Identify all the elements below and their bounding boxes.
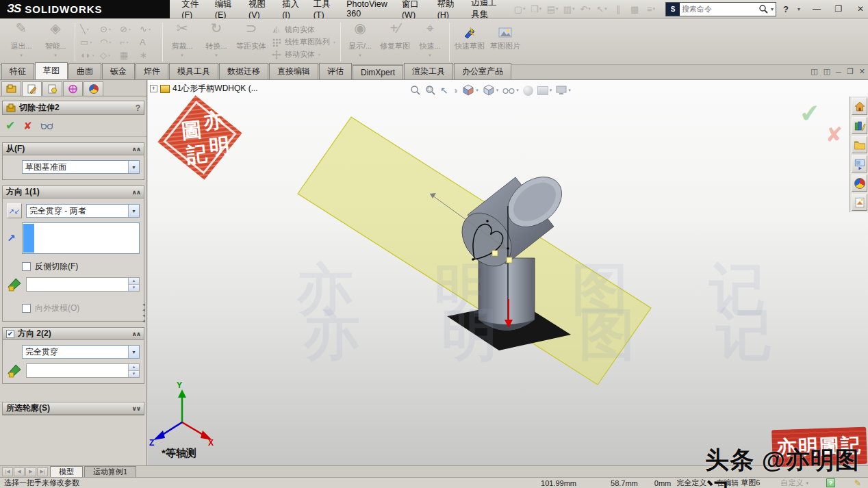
tab-sheet-metal[interactable]: 钣金 xyxy=(102,63,135,79)
trim-caret-icon[interactable]: ▾ xyxy=(181,51,183,60)
straight-slot-icon[interactable]: ◖◗▾ xyxy=(80,50,98,61)
point-icon[interactable]: ∗ xyxy=(140,50,157,61)
graphics-viewport[interactable]: Y X Z 亦 明 图 记 亦 明 图 记 + 41心形手柄WDHQK (...… xyxy=(148,80,868,465)
tab-data-migration[interactable]: 数据迁移 xyxy=(219,63,268,79)
tab-mold-tools[interactable]: 模具工具 xyxy=(169,63,218,79)
display-style-caret-icon[interactable]: ▾ xyxy=(496,88,499,93)
combo-dropdown-icon[interactable]: ▼ xyxy=(128,161,139,173)
search-input[interactable] xyxy=(680,5,758,13)
display-relations-caret-icon[interactable]: ▾ xyxy=(359,51,361,60)
display-relations-button[interactable]: ◉ 显示/... ▾ xyxy=(343,20,377,64)
hide-show-items-button[interactable]: ▾ xyxy=(502,86,519,94)
draft-angle2-spinbuttons[interactable]: ▲▼ xyxy=(128,364,139,377)
edit-appearance-button[interactable] xyxy=(523,86,533,96)
search-magnifier-icon[interactable] xyxy=(758,4,769,14)
spline-icon[interactable]: ∿▾ xyxy=(140,24,157,35)
custom-properties-button[interactable] xyxy=(852,194,867,211)
viewport-split-icon[interactable]: ◫ xyxy=(810,67,817,76)
polygon-icon[interactable]: ◇▾ xyxy=(100,50,118,61)
previous-view-button[interactable]: ↖ xyxy=(440,85,448,96)
restore-button[interactable]: ❐ xyxy=(831,4,846,14)
doc-close-icon[interactable]: ✕ xyxy=(859,67,865,76)
open-icon[interactable]: ❒▾ xyxy=(528,2,544,16)
new-document-icon[interactable]: ▢▾ xyxy=(512,2,527,16)
tab-sketch[interactable]: 草图 xyxy=(35,62,68,79)
move-entities-caret-icon[interactable]: ▾ xyxy=(318,52,320,57)
centerpoint-arc-icon[interactable]: ◠▾ xyxy=(100,37,118,48)
move-entities-button[interactable]: 移动实体 ▾ xyxy=(272,49,335,60)
reverse-direction-button[interactable]: ↗↙ xyxy=(7,203,22,218)
tab-features[interactable]: 特征 xyxy=(1,63,34,79)
close-button[interactable]: ✕ xyxy=(853,4,868,14)
undo-icon[interactable]: ↶▾ xyxy=(578,2,593,16)
end-condition1-combo[interactable]: 完全贯穿 - 两者 ▼ xyxy=(26,204,140,218)
text-icon[interactable]: A xyxy=(140,37,157,48)
doc-minimize-icon[interactable]: ─ xyxy=(836,68,841,76)
viewport-split-2-icon[interactable]: ◫ xyxy=(824,67,830,76)
circle-icon[interactable]: ⊙▾ xyxy=(100,24,118,35)
ellipse-icon[interactable]: ⊘▾ xyxy=(120,24,138,35)
zoom-fit-button[interactable] xyxy=(410,85,421,96)
draft-angle2-field[interactable]: ▲▼ xyxy=(26,363,140,378)
direction1-group-header[interactable]: 方向 1(1) ∧∧ xyxy=(3,186,144,198)
draft-outward-checkbox[interactable] xyxy=(22,304,31,313)
prev-study-button[interactable]: ◀ xyxy=(14,467,25,476)
file-explorer-button[interactable] xyxy=(852,136,867,153)
smart-dimension-button[interactable]: ◈ 智能... ▾ xyxy=(38,20,73,64)
combo-dropdown-icon[interactable]: ▼ xyxy=(128,346,139,358)
panel-splitter-handle[interactable]: ◂◂◂◂ xyxy=(141,244,146,381)
line-icon[interactable]: ╲▾ xyxy=(80,24,98,35)
view-palette-button[interactable] xyxy=(852,155,867,172)
apply-scene-caret-icon[interactable]: ▾ xyxy=(550,88,552,93)
apply-scene-button[interactable]: ▾ xyxy=(537,86,552,95)
save-icon[interactable]: ▤▾ xyxy=(545,2,560,16)
view-orientation-button[interactable]: ▾ xyxy=(462,84,478,97)
model-tab[interactable]: 模型 xyxy=(50,466,83,477)
view-settings-button[interactable]: ▾ xyxy=(556,86,571,95)
repair-sketch-button[interactable]: +⁄ 修复草图 xyxy=(377,20,413,64)
end-condition2-combo[interactable]: 完全贯穿 ▼ xyxy=(22,345,140,359)
display-style-button[interactable]: ▾ xyxy=(483,84,499,97)
exit-sketch-caret-icon[interactable]: ▾ xyxy=(20,51,23,60)
next-study-button[interactable]: ▶ xyxy=(25,467,36,476)
from-group-header[interactable]: 从(F) ∧∧ xyxy=(3,143,144,155)
attach-icon[interactable]: ∥ xyxy=(611,2,626,16)
linear-sketch-pattern-button[interactable]: 线性草图阵列 ▾ xyxy=(272,37,335,47)
pm-help-button[interactable]: ? xyxy=(136,103,140,113)
offset-entities-button[interactable]: ⊃ 等距实体 xyxy=(233,20,269,64)
options-icon[interactable]: ≡▾ xyxy=(643,2,659,16)
last-study-button[interactable]: ▶| xyxy=(37,467,48,476)
view-settings-caret-icon[interactable]: ▾ xyxy=(568,88,571,93)
corner-rectangle-icon[interactable]: ▭▾ xyxy=(80,37,98,48)
exit-sketch-button[interactable]: ✎ 退出... ▾ xyxy=(4,20,38,64)
expand-chevron-icon[interactable]: ∨∨ xyxy=(131,405,140,412)
sketch-picture-button[interactable]: 草图图片 xyxy=(487,20,523,64)
hide-show-caret-icon[interactable]: ▾ xyxy=(516,88,519,93)
feature-manager-tab[interactable] xyxy=(1,81,21,96)
pattern-icon[interactable]: ▦ xyxy=(120,50,138,61)
quick-snaps-caret-icon[interactable]: ▾ xyxy=(429,51,431,60)
print-icon[interactable]: ▥▾ xyxy=(561,2,576,16)
confirmation-ok-icon[interactable]: ✔ xyxy=(798,99,821,129)
direction2-group-header[interactable]: ✔ 方向 2(2) ∧∧ xyxy=(3,328,144,340)
configuration-manager-tab[interactable] xyxy=(42,81,62,96)
home-button[interactable] xyxy=(852,98,867,115)
collapse-chevron-icon[interactable]: ∧∧ xyxy=(131,331,140,337)
quick-snaps-button[interactable]: ⌖ 快速... ▾ xyxy=(413,20,447,64)
view-orientation-caret-icon[interactable]: ▾ xyxy=(476,88,478,93)
draft-angle1-spinbuttons[interactable]: ▲▼ xyxy=(128,278,139,291)
convert-caret-icon[interactable]: ▾ xyxy=(215,51,218,60)
zoom-area-button[interactable] xyxy=(425,85,436,96)
mirror-entities-button[interactable]: 镜向实体 xyxy=(272,25,335,35)
help-caret-icon[interactable]: ▾ xyxy=(795,6,802,12)
flip-side-checkbox[interactable] xyxy=(22,262,31,271)
tab-render-tools[interactable]: 渲染工具 xyxy=(404,63,453,79)
tab-weldments[interactable]: 焊件 xyxy=(136,63,168,79)
first-study-button[interactable]: |◀ xyxy=(2,467,13,476)
display-manager-tab[interactable] xyxy=(84,81,103,96)
direction1-selection-list[interactable] xyxy=(22,222,140,254)
convert-entities-button[interactable]: ↻ 转换... ▾ xyxy=(199,20,233,64)
smart-dimension-caret-icon[interactable]: ▾ xyxy=(54,51,57,60)
motion-study-tab[interactable]: 运动算例1 xyxy=(84,466,136,477)
collapse-chevron-icon[interactable]: ∧∧ xyxy=(131,146,140,153)
